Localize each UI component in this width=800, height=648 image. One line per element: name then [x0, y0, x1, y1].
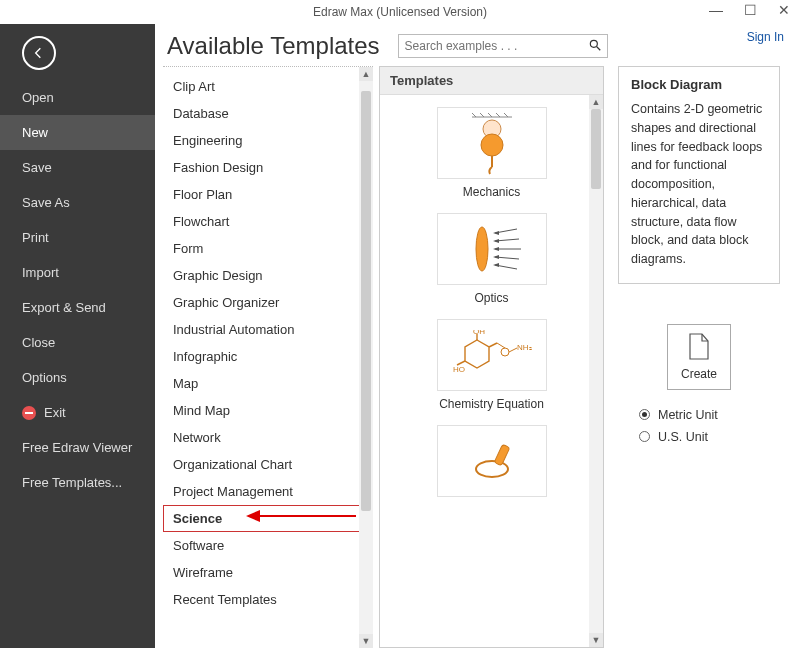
sidebar-item-label: Free Edraw Viewer: [22, 440, 132, 455]
svg-marker-24: [465, 340, 489, 368]
sidebar-item-export-send[interactable]: Export & Send: [0, 290, 155, 325]
unit-label: U.S. Unit: [658, 430, 708, 444]
exit-icon: [22, 406, 36, 420]
highlight-arrow-icon: [246, 508, 356, 527]
svg-line-8: [496, 113, 500, 117]
category-item[interactable]: Map: [163, 370, 373, 397]
category-item[interactable]: Database: [163, 100, 373, 127]
svg-marker-23: [493, 263, 499, 267]
template-item[interactable]: Optics: [380, 205, 603, 311]
sidebar-item-close[interactable]: Close: [0, 325, 155, 360]
radio-icon: [639, 409, 650, 420]
sidebar-item-save-as[interactable]: Save As: [0, 185, 155, 220]
svg-line-5: [472, 113, 476, 117]
svg-line-26: [489, 343, 497, 347]
template-item[interactable]: [380, 417, 603, 509]
category-item[interactable]: Software: [163, 532, 373, 559]
maximize-button[interactable]: ☐: [738, 2, 762, 18]
arrow-left-icon: [31, 45, 47, 61]
file-sidebar: OpenNewSaveSave AsPrintImportExport & Se…: [0, 24, 155, 648]
unit-us-radio[interactable]: U.S. Unit: [639, 426, 759, 448]
scroll-thumb[interactable]: [361, 91, 371, 511]
create-label: Create: [681, 367, 717, 381]
category-item[interactable]: Science: [163, 505, 373, 532]
sidebar-item-exit[interactable]: Exit: [0, 395, 155, 430]
category-item[interactable]: Recent Templates: [163, 586, 373, 613]
unit-metric-radio[interactable]: Metric Unit: [639, 404, 759, 426]
window-title: Edraw Max (Unlicensed Version): [313, 5, 487, 19]
sidebar-item-free-templates-[interactable]: Free Templates...: [0, 465, 155, 500]
category-item[interactable]: Flowchart: [163, 208, 373, 235]
category-item[interactable]: Network: [163, 424, 373, 451]
svg-text:OH: OH: [473, 330, 485, 336]
svg-marker-21: [493, 247, 499, 251]
template-thumb: [437, 107, 547, 179]
sidebar-item-label: Import: [22, 265, 59, 280]
sidebar-item-free-edraw-viewer[interactable]: Free Edraw Viewer: [0, 430, 155, 465]
svg-line-9: [504, 113, 508, 117]
document-icon: [688, 333, 710, 361]
svg-point-31: [501, 348, 509, 356]
minimize-button[interactable]: —: [704, 2, 728, 18]
sign-in-link[interactable]: Sign In: [747, 30, 784, 44]
category-item[interactable]: Project Management: [163, 478, 373, 505]
svg-line-6: [480, 113, 484, 117]
scroll-up-button[interactable]: ▲: [589, 95, 603, 109]
svg-marker-20: [493, 239, 499, 243]
svg-line-7: [488, 113, 492, 117]
sidebar-item-save[interactable]: Save: [0, 150, 155, 185]
category-item[interactable]: Fashion Design: [163, 154, 373, 181]
category-item[interactable]: Graphic Organizer: [163, 289, 373, 316]
sidebar-item-options[interactable]: Options: [0, 360, 155, 395]
scroll-down-button[interactable]: ▼: [359, 634, 373, 648]
scroll-down-button[interactable]: ▼: [589, 633, 603, 647]
create-button[interactable]: Create: [667, 324, 731, 390]
sidebar-item-label: Print: [22, 230, 49, 245]
radio-icon: [639, 431, 650, 442]
page-title: Available Templates: [167, 32, 380, 60]
back-button[interactable]: [22, 36, 56, 70]
info-title: Block Diagram: [631, 77, 767, 92]
template-item[interactable]: HOOHNH₂Chemistry Equation: [380, 311, 603, 417]
scroll-thumb[interactable]: [591, 109, 601, 189]
category-scrollbar[interactable]: ▲ ▼: [359, 67, 373, 648]
category-item[interactable]: Graphic Design: [163, 262, 373, 289]
sidebar-item-label: New: [22, 125, 48, 140]
sidebar-item-open[interactable]: Open: [0, 80, 155, 115]
sidebar-item-import[interactable]: Import: [0, 255, 155, 290]
category-item[interactable]: Floor Plan: [163, 181, 373, 208]
sidebar-item-label: Save As: [22, 195, 70, 210]
template-thumb: [437, 213, 547, 285]
svg-line-1: [596, 47, 600, 51]
svg-marker-19: [493, 231, 499, 235]
templates-scrollbar[interactable]: ▲ ▼: [589, 95, 603, 647]
category-item[interactable]: Clip Art: [163, 73, 373, 100]
template-thumb: HOOHNH₂: [437, 319, 547, 391]
unit-label: Metric Unit: [658, 408, 718, 422]
search-icon[interactable]: [588, 38, 602, 55]
category-item[interactable]: Form: [163, 235, 373, 262]
template-thumb: [437, 425, 547, 497]
scroll-up-button[interactable]: ▲: [359, 67, 373, 81]
search-input[interactable]: [398, 34, 608, 58]
category-item[interactable]: Organizational Chart: [163, 451, 373, 478]
close-button[interactable]: ✕: [772, 2, 796, 18]
templates-header: Templates: [380, 67, 603, 95]
template-item[interactable]: Mechanics: [380, 99, 603, 205]
category-item[interactable]: Industrial Automation: [163, 316, 373, 343]
svg-point-34: [476, 461, 508, 477]
templates-column: Templates MechanicsOpticsHOOHNH₂Chemistr…: [379, 66, 604, 648]
sidebar-item-print[interactable]: Print: [0, 220, 155, 255]
sidebar-item-new[interactable]: New: [0, 115, 155, 150]
category-item[interactable]: Engineering: [163, 127, 373, 154]
info-description: Contains 2-D geometric shapes and direct…: [631, 100, 767, 269]
category-item[interactable]: Mind Map: [163, 397, 373, 424]
sidebar-item-label: Save: [22, 160, 52, 175]
svg-marker-22: [493, 255, 499, 259]
template-label: Optics: [474, 291, 508, 305]
category-item[interactable]: Wireframe: [163, 559, 373, 586]
svg-point-13: [476, 227, 488, 271]
category-item[interactable]: Infographic: [163, 343, 373, 370]
sidebar-item-label: Close: [22, 335, 55, 350]
sidebar-item-label: Export & Send: [22, 300, 106, 315]
